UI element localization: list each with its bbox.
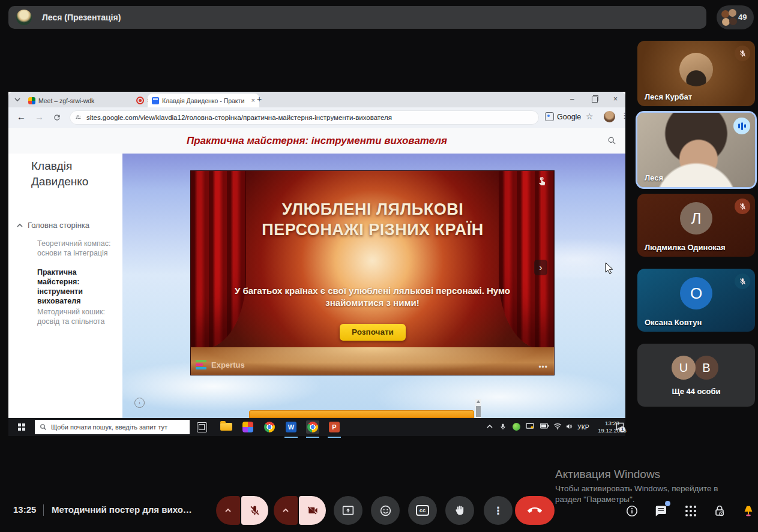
site-settings-icon[interactable] [75,114,82,121]
chrome-icon[interactable] [263,420,276,434]
scroll-up-arrow[interactable] [477,400,480,403]
start-button[interactable]: Розпочати [340,324,406,341]
tray-battery-icon[interactable] [540,423,549,429]
info-icon[interactable]: i [134,398,145,408]
presenter-name: Леся (Презентація) [42,6,121,29]
forward-button[interactable]: → [35,112,44,122]
google-chip-button[interactable]: Google [545,112,581,121]
captions-button[interactable]: cc [408,496,437,525]
more-options-button[interactable]: ⋮ [484,496,513,525]
window-close-button[interactable]: × [613,95,618,103]
participants-count: 49 [738,5,747,29]
overflow-participants-tile[interactable]: U B Ще 44 особи [637,344,755,407]
slide-subtitle: У багатьох країнах є свої улюблені ляльк… [230,285,515,309]
task-view-icon[interactable] [197,422,207,432]
notification-badge: 1 [619,426,625,432]
back-button[interactable]: ← [17,112,26,122]
present-screen-button[interactable] [334,496,362,525]
participant-tile[interactable]: Леся Курбат [637,41,755,106]
sidebar-item-home[interactable]: Головна сторінка [17,221,89,230]
browser-menu-icon[interactable]: ⋮ [621,111,628,120]
tray-language-label[interactable]: УКР [577,423,589,431]
tab-meet[interactable]: Meet – zgf-srwi-wdk × [24,94,155,107]
tray-antivirus-icon[interactable] [513,423,520,431]
presenter-bar: Леся (Презентація) [8,6,706,29]
participants-pill[interactable]: 49 [717,5,754,29]
sidebar-item-workshop-active[interactable]: Практична майстерня: інструменти виховат… [37,267,115,306]
browser-profile-avatar[interactable] [604,111,615,122]
taskbar-search-input[interactable]: Щоби почати пошук, введіть запит тут [35,420,190,434]
curtain-left [191,171,246,348]
brand-name: Expertus [211,360,245,369]
sidebar-item-theory[interactable]: Теоретичний компас: основи та інтеграція [37,239,115,258]
camera-off-button[interactable] [299,496,326,525]
meet-app: Леся (Презентація) 49 Meet – zgf-srwi-wd… [0,0,758,532]
mic-muted-chip [735,273,750,289]
leave-call-button[interactable] [515,496,555,525]
activities-button[interactable] [683,503,699,519]
lamp-icon[interactable] [741,503,756,519]
present-screen-icon [342,504,354,516]
bookmark-star-icon[interactable]: ☆ [586,112,594,121]
reactions-button[interactable] [371,496,400,525]
google-chip-label: Google [557,113,581,121]
slide-next-arrow[interactable]: › [534,260,547,275]
participant-tile[interactable]: Л Людмилка Одинокая [637,194,755,257]
next-section-edge [249,410,474,418]
info-icon [625,504,639,518]
site-header: Практична майстерня: інструменти виховат… [8,128,625,154]
tray-mic-icon[interactable] [499,423,507,431]
raise-hand-button[interactable] [445,496,474,525]
chevron-up-icon [282,508,289,513]
tray-display-icon[interactable] [526,423,534,430]
tray-chevron-up-icon[interactable] [486,423,493,430]
file-explorer-icon[interactable] [220,420,233,434]
new-tab-button[interactable]: + [257,94,262,104]
tray-wifi-icon[interactable] [553,423,562,429]
address-bar[interactable]: sites.google.com/view/klavdia12/головна-… [70,110,539,125]
touch-icon [537,176,547,185]
window-minimize-button[interactable]: – [570,95,574,103]
chat-button[interactable] [653,503,669,519]
scroll-thumb[interactable] [476,406,481,417]
mic-muted-button[interactable] [241,496,268,525]
embedded-presentation[interactable]: УЛЮБЛЕНІ ЛЯЛЬКОВІ ПЕРСОНАЖІ РІЗНИХ КРАЇН… [191,171,554,375]
mic-options-caret-button[interactable] [216,496,240,525]
sidebar-home-label: Головна сторінка [28,221,89,230]
participant-tile-speaking[interactable]: Леся [636,111,757,189]
powerpoint-icon[interactable]: P [328,420,341,434]
photos-app-icon[interactable] [241,420,254,434]
site-owner-title[interactable]: Клавдія Давиденко [31,158,110,189]
site-search-icon[interactable] [607,136,616,145]
meeting-details-button[interactable] [624,503,640,519]
notification-center-icon[interactable]: 1 [616,422,624,430]
reload-button[interactable] [53,113,61,122]
participant-tile[interactable]: О Оксана Ковтун [637,269,755,332]
scrollbar[interactable] [475,399,481,418]
emoji-icon [379,504,392,517]
chrome-active-icon[interactable] [306,420,319,434]
chat-notification-dot [665,501,670,506]
host-controls-button[interactable] [712,503,727,519]
more-options-icon: ⋮ [493,504,504,517]
camera-options-caret-button[interactable] [274,496,298,525]
word-icon[interactable]: W [284,420,298,434]
tab-search-caret-icon[interactable] [14,98,20,102]
windows-logo-icon [18,423,25,431]
camera-off-icon [307,504,319,516]
lock-icon [713,504,726,518]
meeting-name: Методичний постер для вихо… [52,504,192,515]
brand-logo-icon [196,360,206,370]
shared-screen: Meet – zgf-srwi-wdk × Клавдія Давиденко … [8,92,625,436]
sidebar-item-basket[interactable]: Методичний кошик: досвід та спільнота [37,307,115,326]
window-restore-button[interactable] [592,97,598,103]
tray-volume-icon[interactable] [565,423,573,430]
slide-more-button[interactable]: ••• [538,363,548,371]
start-button-windows[interactable] [8,418,35,436]
brand-badge[interactable]: Expertus [196,360,245,370]
mic-off-icon [249,505,260,516]
windows-activation-body: Чтобы активировать Windows, перейдите в … [555,483,742,505]
google-lens-icon [545,112,554,121]
tab-sites-active[interactable]: Клавдія Давиденко - Практи × [148,94,259,107]
tab-sites-close-button[interactable]: × [251,97,255,104]
